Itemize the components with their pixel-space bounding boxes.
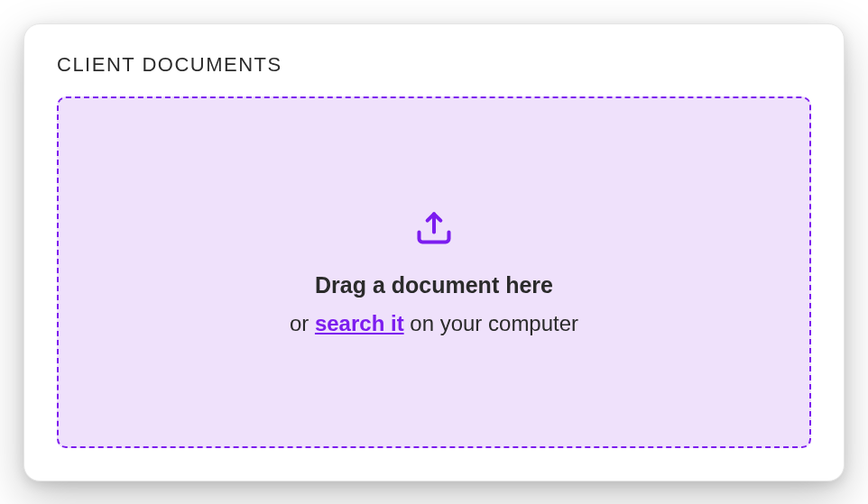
file-dropzone[interactable]: Drag a document here or search it on you… — [57, 96, 811, 448]
or-prefix: or — [290, 311, 315, 335]
or-suffix: on your computer — [404, 311, 578, 335]
upload-icon — [414, 207, 454, 251]
drag-instruction: Drag a document here — [315, 272, 553, 298]
search-instruction: or search it on your computer — [290, 311, 578, 336]
section-title: CLIENT DOCUMENTS — [57, 53, 811, 77]
search-file-link[interactable]: search it — [315, 311, 404, 335]
document-upload-card: CLIENT DOCUMENTS Drag a document here or… — [23, 23, 845, 481]
